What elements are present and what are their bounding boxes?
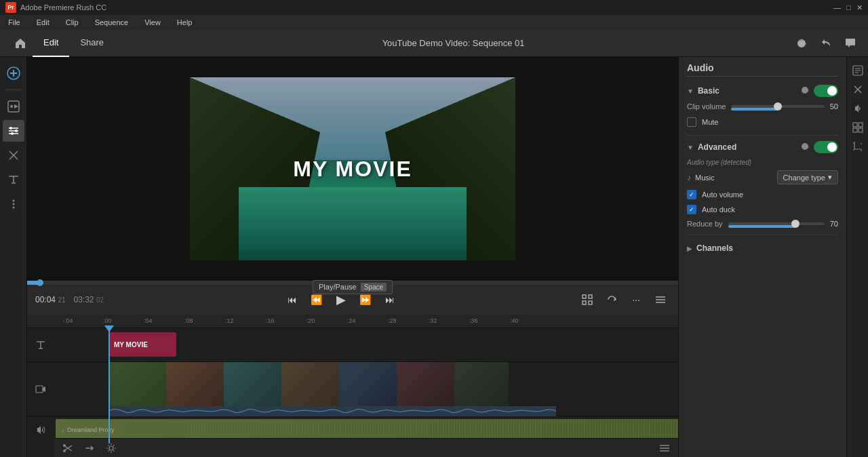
close-button[interactable]: ✕ [856,3,863,12]
menu-file[interactable]: File [5,17,23,28]
center-content: MY MOVIE Play/Pause Space 00:04 21 03:32… [27,57,678,457]
fx-button[interactable] [3,144,24,166]
titlebar-right: — □ ✕ [833,3,863,12]
bottom-toolbar [54,438,678,457]
clip-volume-slider[interactable] [731,105,824,108]
svg-rect-12 [589,301,592,304]
right-panel: Audio ▼ Basic Clip vo [678,57,846,457]
chevron-down-icon: ▾ [828,173,832,182]
timeline-settings[interactable] [103,440,119,456]
add-media-button[interactable] [3,62,24,84]
slider-thumb[interactable] [774,102,782,111]
panel-audio-button[interactable] [850,100,866,117]
tooltip-text: Play/Pause [319,283,357,292]
advanced-reset-button[interactable] [800,142,810,153]
timeline-ruler: -:04 :00 :04 :08 :12 :16 :20 :24 :28 :32… [27,315,678,328]
ruler-mark: :08 [184,317,193,324]
thumb-1 [108,362,166,406]
video-track-label [27,384,54,395]
sync-button[interactable] [792,34,811,53]
svg-rect-11 [583,301,586,304]
section-divider-2 [687,235,838,235]
channels-section: ▶ Channels [687,241,838,256]
title-track-label [27,340,54,351]
ruler-mark: :12 [225,317,234,324]
video-preview[interactable]: MY MOVIE [190,77,515,260]
advanced-section-actions [800,141,838,153]
auto-duck-label: Auto duck [702,205,735,214]
channels-label: Channels [696,243,733,253]
video-title-overlay: MY MOVIE [293,157,412,182]
title-track-row: MY MOVIE [27,328,678,362]
comment-button[interactable] [841,34,860,53]
svg-point-5 [11,132,14,135]
panel-close-button[interactable] [850,81,866,98]
channels-header[interactable]: ▶ Channels [687,241,838,256]
undo-button[interactable] [816,34,835,53]
reduce-by-slider[interactable] [728,222,825,225]
cut-button[interactable] [60,440,76,456]
left-sidebar [0,57,27,457]
panel-title: Audio [687,62,838,77]
menu-edit[interactable]: Edit [34,17,52,28]
advanced-toggle[interactable] [814,141,838,153]
svg-point-3 [9,127,12,130]
ruler-mark: :32 [429,317,437,324]
auto-duck-checkbox[interactable]: ✓ [687,205,696,214]
maximize-button[interactable]: □ [846,3,851,12]
preview-area: MY MOVIE Play/Pause Space [27,57,678,281]
menu-sequence[interactable]: Sequence [92,17,132,28]
ruler-mark: :24 [347,317,356,324]
audio-type-row: ♪ Music Change type ▾ [687,170,838,184]
minimize-button[interactable]: — [833,3,841,12]
media-button[interactable] [3,96,24,117]
panel-crop-button[interactable] [850,138,866,155]
basic-reset-button[interactable] [800,85,810,97]
list-view-button[interactable] [656,440,673,456]
thumb-5 [339,362,397,406]
home-button[interactable] [8,31,33,56]
panel-grid-button[interactable] [850,119,866,136]
titles-button[interactable] [3,169,24,191]
svg-rect-9 [583,295,586,298]
more-options-button[interactable]: ··· [627,290,646,309]
loop-button[interactable] [602,290,621,309]
menu-toggle-button[interactable] [651,290,670,309]
trim-button[interactable] [3,120,24,142]
auto-duck-row: ✓ Auto duck [687,205,838,214]
change-type-button[interactable]: Change type ▾ [777,170,838,184]
progress-handle[interactable] [37,279,43,286]
basic-toggle[interactable] [814,85,838,97]
video-thumbnail-strip[interactable] [108,362,556,406]
reduce-by-row: Reduce by 70 [687,220,838,228]
auto-volume-checkbox[interactable]: ✓ [687,190,696,199]
nav-actions [792,34,860,53]
tab-share[interactable]: Share [69,30,115,57]
fit-button[interactable] [578,290,597,309]
more-button[interactable] [3,193,24,215]
timeline-tracks: MY MOVIE [27,328,678,443]
ruler-mark: :20 [307,317,315,324]
mute-checkbox[interactable] [687,117,696,127]
svg-rect-13 [36,386,43,393]
ruler-mark: :00 [103,317,112,324]
reduce-by-value: 70 [830,220,838,228]
svg-rect-10 [589,295,592,298]
mute-row: Mute [687,117,838,127]
slider-fill [731,108,778,111]
skip-back-button[interactable]: ⏮ [283,290,302,309]
video-water [239,187,467,260]
reduce-slider-thumb[interactable] [791,220,800,228]
app-name: Adobe Premiere Rush CC [20,3,106,12]
auto-volume-label: Auto volume [702,191,743,199]
panel-properties-button[interactable] [850,62,866,79]
svg-point-8 [12,207,14,209]
menu-clip[interactable]: Clip [63,17,81,28]
title-clip[interactable]: MY MOVIE [108,332,176,357]
tab-edit[interactable]: Edit [33,30,69,57]
ripple-button[interactable] [81,440,98,456]
menu-help[interactable]: Help [174,17,195,28]
audio-clip-icon: ♪ [61,426,64,434]
menu-view[interactable]: View [142,17,163,28]
audio-clip-label: Dreamland Proxy [67,426,115,433]
